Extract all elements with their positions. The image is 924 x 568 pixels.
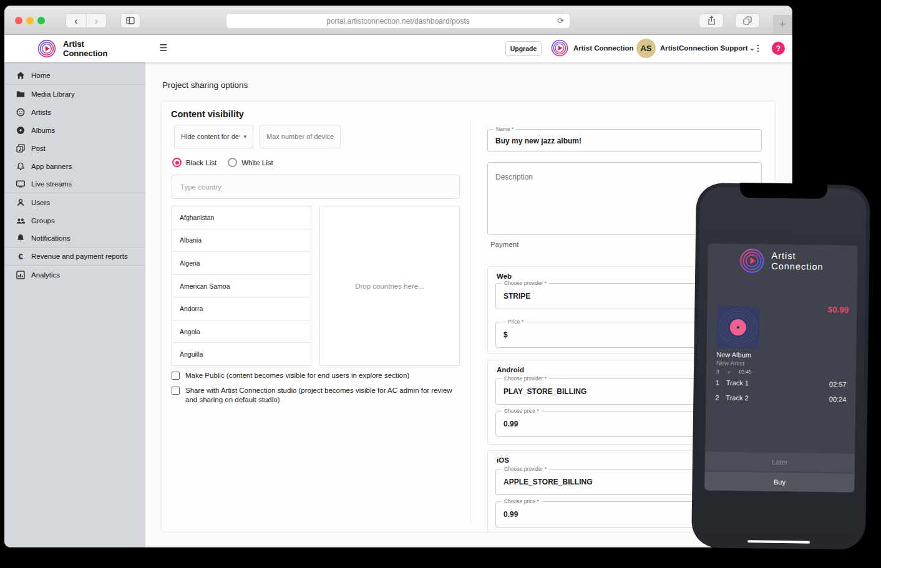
provider-label: Choose provider * <box>502 466 549 472</box>
sidebar-item-albums[interactable]: Albums <box>4 121 145 139</box>
country-list-item[interactable]: Afghanistan <box>172 206 311 229</box>
later-label: Later <box>772 458 787 466</box>
tabs-icon <box>742 16 752 26</box>
tab-overview-button[interactable] <box>735 13 760 28</box>
help-button[interactable]: ? <box>772 42 785 55</box>
person-icon <box>16 198 26 208</box>
country-list-item[interactable]: Andorra <box>172 297 311 320</box>
make-public-checkbox-row[interactable]: Make Public (content becomes visible for… <box>172 371 459 380</box>
url-text: portal.artistconnection.net/dashboard/po… <box>326 17 469 26</box>
sidebar-item-artists[interactable]: Artists <box>4 103 145 121</box>
kebab-icon: ⋮ <box>754 43 762 53</box>
sidebar-item-home[interactable]: Home <box>4 67 145 85</box>
sidebar-item-live-streams[interactable]: Live streams <box>4 175 145 193</box>
org-switcher[interactable]: Artist Connection ⌄ <box>550 39 646 57</box>
sidebar-item-media-library[interactable]: Media Library <box>4 85 145 103</box>
avatar-initials: AS <box>640 44 651 53</box>
page-title: Project sharing options <box>162 80 248 90</box>
hamburger-icon: ☰ <box>159 42 167 53</box>
sidebar-item-notifications[interactable]: Notifications <box>4 229 145 248</box>
whitelist-radio-option[interactable]: White List <box>228 158 273 167</box>
track-row[interactable]: 1 Track 1 02:57 <box>706 375 856 391</box>
phone-screen: Artist Connection $0.99 New Album New Ar… <box>695 186 867 546</box>
later-button[interactable]: Later <box>705 451 855 473</box>
name-field[interactable]: Name * Buy my new jazz album! <box>487 129 762 152</box>
folder-icon <box>16 89 26 99</box>
name-field-value: Buy my new jazz album! <box>495 137 581 145</box>
share-studio-checkbox-row[interactable]: Share with Artist Connection studio (pro… <box>172 386 455 405</box>
phone-app-brand: Artist Connection <box>737 246 824 276</box>
upgrade-button[interactable]: Upgrade <box>505 41 542 56</box>
sidebar-item-revenue-reports[interactable]: € Revenue and payment reports <box>4 248 145 266</box>
reload-icon[interactable]: ⟳ <box>557 16 564 26</box>
country-search-input[interactable] <box>172 175 460 199</box>
sidebar-item-post[interactable]: Post <box>4 139 145 157</box>
dropzone-hint: Drop countries here... <box>355 282 424 290</box>
share-icon <box>707 16 716 26</box>
country-list-item[interactable]: Algeria <box>172 252 311 275</box>
track-name: Track 1 <box>726 379 749 387</box>
radio-unselected-icon <box>228 158 237 167</box>
country-list-item[interactable]: Angola <box>172 320 311 344</box>
close-window-button[interactable] <box>15 17 22 24</box>
user-menu[interactable]: ArtistConnection Support ⌄ <box>660 44 756 52</box>
back-button[interactable]: ‹ <box>66 14 87 27</box>
track-row[interactable]: 2 Track 2 00:24 <box>706 390 855 406</box>
banner-bell-icon <box>16 161 26 171</box>
sidebar-item-label: Revenue and payment reports <box>31 253 128 260</box>
url-bar[interactable]: portal.artistconnection.net/dashboard/po… <box>226 13 570 29</box>
description-placeholder: Description <box>495 173 533 181</box>
app-brand[interactable]: Artist Connection <box>4 35 145 62</box>
content-visibility-title: Content visibility <box>171 109 244 119</box>
people-icon <box>16 216 26 226</box>
org-logo-icon <box>550 39 569 57</box>
sidebar-item-label: Home <box>31 72 51 79</box>
album-artist: New Artist <box>716 360 744 367</box>
minimize-window-button[interactable] <box>26 17 34 24</box>
new-tab-button[interactable]: + <box>773 15 792 34</box>
blacklist-radio-option[interactable]: Black List <box>172 158 216 167</box>
track-number: 1 <box>716 379 726 387</box>
hamburger-menu-button[interactable]: ☰ <box>159 42 167 54</box>
help-icon: ? <box>776 44 781 53</box>
country-list-item[interactable]: Anguilla <box>172 343 311 365</box>
sidebar-item-label: Groups <box>31 217 55 224</box>
browser-chrome: ‹ › portal.artistconnection.net/dashboar… <box>4 6 792 35</box>
country-dropzone[interactable]: Drop countries here... <box>319 206 460 366</box>
sidebar-item-label: Media Library <box>31 90 75 98</box>
artist-connection-logo-icon <box>37 39 57 59</box>
payment-android-title: Android <box>497 366 524 373</box>
country-list-item[interactable]: American Samoa <box>172 275 311 298</box>
note-icon: ♪ <box>727 369 730 375</box>
max-devices-dropdown[interactable]: Max number of devices... <box>260 125 341 148</box>
payment-section-label: Payment <box>490 241 518 248</box>
share-button[interactable] <box>699 13 724 28</box>
org-name: Artist Connection <box>573 44 633 52</box>
whitelist-label: White List <box>241 159 273 166</box>
zoom-window-button[interactable] <box>37 17 45 24</box>
more-options-button[interactable]: ⋮ <box>754 43 762 53</box>
bar-chart-icon <box>16 270 26 280</box>
provider-value: STRIPE <box>503 292 530 301</box>
sidebar-item-groups[interactable]: Groups <box>4 211 145 229</box>
list-type-radio-group: Black List White List <box>172 158 273 167</box>
country-list-item[interactable]: Albania <box>172 229 311 253</box>
sidebar-item-app-banners[interactable]: App banners <box>4 157 145 175</box>
forward-button[interactable]: › <box>87 14 107 27</box>
sidebar-toggle-button[interactable] <box>120 13 140 28</box>
radio-selected-icon <box>172 158 182 167</box>
home-icon <box>16 70 26 80</box>
app-header: Artist Connection ☰ Upgrade Artist Conne… <box>4 35 792 62</box>
sidebar-item-label: Live streams <box>31 180 72 188</box>
sidebar-item-users[interactable]: Users <box>4 193 145 211</box>
track-count: 3 <box>716 369 719 375</box>
app-brand-text: Artist Connection <box>63 39 108 58</box>
album-price: $0.99 <box>827 305 849 314</box>
hide-content-dropdown[interactable]: Hide content for devi... ▾ <box>174 125 253 148</box>
buy-label: Buy <box>774 478 785 486</box>
track-number: 2 <box>715 394 726 402</box>
checkbox-unchecked-icon <box>172 372 180 380</box>
sidebar-item-analytics[interactable]: Analytics <box>4 266 145 284</box>
user-avatar[interactable]: AS <box>636 39 656 58</box>
buy-button[interactable]: Buy <box>704 471 854 492</box>
